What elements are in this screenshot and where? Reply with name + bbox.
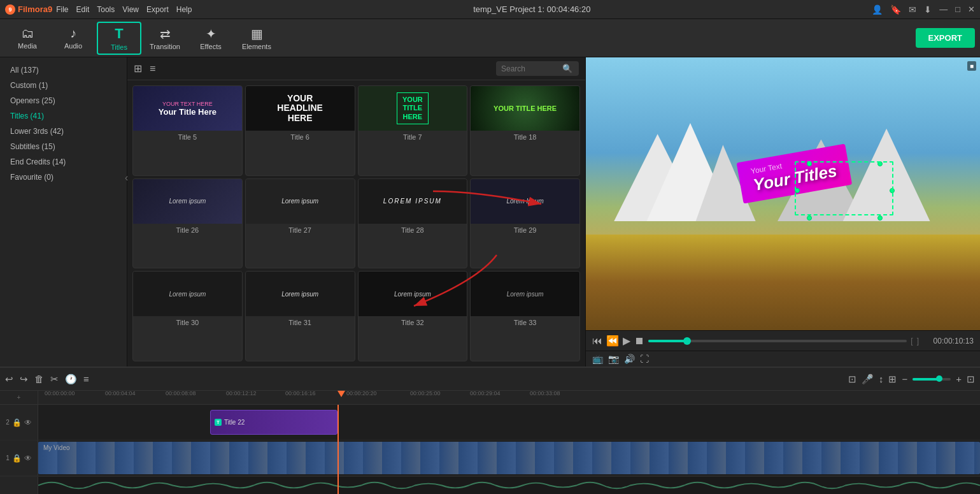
toolbar-audio[interactable]: ♪ Audio: [51, 22, 96, 55]
toolbar-effects[interactable]: ✦ Effects: [188, 22, 233, 55]
sidebar-item-subtitles[interactable]: Subtitles (15): [0, 139, 127, 154]
title-thumb-27: Lorem ipsum: [246, 179, 355, 224]
delete-btn[interactable]: 🗑: [34, 374, 44, 384]
toolbar-titles[interactable]: T Titles: [97, 22, 141, 55]
stop-btn[interactable]: ⏹: [634, 335, 644, 347]
toolbar-transition[interactable]: ⇄ Transition: [143, 22, 187, 55]
title-label-28: Title 28: [359, 224, 467, 236]
menu-help[interactable]: Help: [176, 5, 192, 14]
toolbar-right: EXPORT: [916, 28, 975, 48]
timeline-right-controls: ⊡ 🎤 ↕ ⊞ − + ⊡: [848, 374, 975, 385]
title-card-5[interactable]: YOUR TEXT HERE Your Title Here Title 5: [132, 85, 243, 176]
title-card-6[interactable]: YOURHEADLINEHERE Title 6: [245, 85, 355, 176]
fit-icon[interactable]: ⊡: [967, 374, 975, 385]
search-input[interactable]: [501, 64, 558, 73]
selection-handle-bl[interactable]: [807, 215, 812, 221]
add-marker-icon[interactable]: ⊞: [888, 374, 897, 385]
close-btn[interactable]: ✕: [968, 4, 975, 14]
title-card-30[interactable]: Lorem ipsum Title 30: [132, 271, 243, 361]
preview-progress-bar[interactable]: [648, 340, 907, 342]
toolbar-media[interactable]: 🗂 Media: [5, 22, 50, 55]
undo-btn[interactable]: ↩: [5, 374, 13, 385]
logo-icon: 9: [5, 4, 15, 15]
menu-edit[interactable]: Edit: [76, 5, 90, 14]
audio-record-icon[interactable]: 🎤: [862, 374, 874, 385]
ruler-mark-8: 00:00:33:08: [530, 391, 560, 396]
redo-btn[interactable]: ↪: [20, 374, 28, 385]
track-2-header: 2 🔒 👁: [0, 405, 38, 440]
go-start-btn[interactable]: ⏮: [592, 335, 602, 347]
track-1-lock-icon[interactable]: 🔒: [12, 454, 22, 463]
user-icon[interactable]: 👤: [872, 4, 883, 15]
zoom-slider[interactable]: [913, 378, 951, 381]
track-1-eye-icon[interactable]: 👁: [24, 454, 32, 463]
title-card-32[interactable]: Lorem ipsum Title 32: [358, 271, 468, 361]
maximize-btn[interactable]: □: [955, 4, 960, 14]
title-label-27: Title 27: [246, 224, 355, 236]
menu-tools[interactable]: Tools: [97, 5, 115, 14]
timeline-ruler-row: + 00:00:00:00 00:00:04:04 00:00:08:08 00…: [0, 391, 980, 405]
thumb-text-31: Lorem ipsum: [281, 291, 318, 298]
volume-icon[interactable]: 🔊: [624, 354, 635, 364]
play-btn[interactable]: ▶: [623, 335, 630, 347]
zoom-slider-handle[interactable]: [936, 375, 942, 382]
fullscreen-icon[interactable]: ⛶: [640, 354, 649, 364]
title-label-33: Title 33: [471, 316, 579, 329]
sidebar-collapse-btn[interactable]: ‹: [125, 172, 127, 184]
bookmark-icon[interactable]: 🔖: [890, 4, 901, 15]
thumb-text-18: YOUR TITLE HERE: [494, 105, 557, 112]
title-card-29[interactable]: Lorem Ipsum Title 29: [470, 178, 580, 269]
zoom-in-icon[interactable]: +: [956, 374, 962, 384]
time-btn[interactable]: 🕐: [65, 374, 77, 385]
preview-corner-icon: ■: [967, 61, 976, 71]
title-card-28[interactable]: LOREM IPSUM Title 28: [358, 178, 468, 269]
track-2-lock-icon[interactable]: 🔒: [12, 418, 22, 427]
download-icon[interactable]: ⬇: [924, 4, 932, 15]
title-clip[interactable]: T Title 22: [210, 410, 337, 435]
zoom-out-icon[interactable]: −: [902, 374, 907, 384]
export-button[interactable]: EXPORT: [916, 28, 975, 48]
snapshot-icon[interactable]: 📷: [608, 354, 619, 364]
progress-handle[interactable]: [683, 337, 691, 345]
title-card-7[interactable]: YOURTITLEHERE Title 7: [358, 85, 468, 176]
menu-export[interactable]: Export: [146, 5, 169, 14]
selection-handle-tr[interactable]: [877, 161, 883, 166]
menu-file[interactable]: File: [56, 5, 68, 14]
mail-icon[interactable]: ✉: [909, 4, 916, 15]
add-to-timeline-icon[interactable]: 📺: [592, 354, 603, 364]
grid-view-icon[interactable]: ⊞: [134, 62, 142, 75]
menu-view[interactable]: View: [122, 5, 139, 14]
video-label: My Video: [43, 444, 70, 451]
menu-bar: File Edit Tools View Export Help: [56, 5, 192, 14]
sidebar-item-favourite[interactable]: Favourite (0): [0, 170, 127, 185]
prev-frame-btn[interactable]: ⏪: [606, 335, 619, 347]
toolbar-elements[interactable]: ▦ Elements: [234, 22, 279, 55]
title-card-26[interactable]: Lorem ipsum Title 26: [132, 178, 243, 269]
detach-audio-icon[interactable]: ↕: [879, 374, 884, 384]
sidebar-item-custom[interactable]: Custom (1): [0, 78, 127, 93]
ruler-content: 00:00:00:00 00:00:04:04 00:00:08:08 00:0…: [38, 391, 980, 404]
sidebar-item-lower3rds[interactable]: Lower 3rds (42): [0, 124, 127, 139]
thumb-text-33: Lorem ipsum: [507, 291, 544, 298]
track-2-eye-icon[interactable]: 👁: [24, 418, 32, 427]
selection-handle-tl[interactable]: [807, 161, 812, 166]
app-logo: 9 Filmora9: [5, 4, 52, 15]
title-bar-left: 9 Filmora9 File Edit Tools View Export H…: [5, 4, 192, 15]
title-card-18[interactable]: YOUR TITLE HERE Title 18: [470, 85, 580, 176]
list-view-icon[interactable]: ≡: [150, 63, 155, 75]
title-label-6: Title 6: [246, 131, 355, 143]
title-card-31[interactable]: Lorem ipsum Title 31: [245, 271, 355, 361]
title-card-27[interactable]: Lorem ipsum Title 27: [245, 178, 355, 269]
sidebar-item-endcredits[interactable]: End Credits (14): [0, 154, 127, 170]
title-card-33[interactable]: Lorem ipsum Title 33: [470, 271, 580, 361]
adjust-btn[interactable]: ≡: [83, 374, 89, 384]
minimize-btn[interactable]: —: [939, 4, 948, 14]
add-track-icon[interactable]: +: [17, 394, 21, 401]
cut-btn[interactable]: ✂: [50, 374, 59, 385]
audio-track-header: [0, 477, 38, 494]
sidebar-item-titles[interactable]: Titles (41): [0, 108, 127, 124]
sidebar-item-all[interactable]: All (137): [0, 62, 127, 78]
sidebar-item-openers[interactable]: Openers (25): [0, 93, 127, 108]
stabilize-icon[interactable]: ⊡: [848, 374, 856, 385]
content-toolbar: ⊞ ≡ 🔍: [127, 57, 585, 80]
